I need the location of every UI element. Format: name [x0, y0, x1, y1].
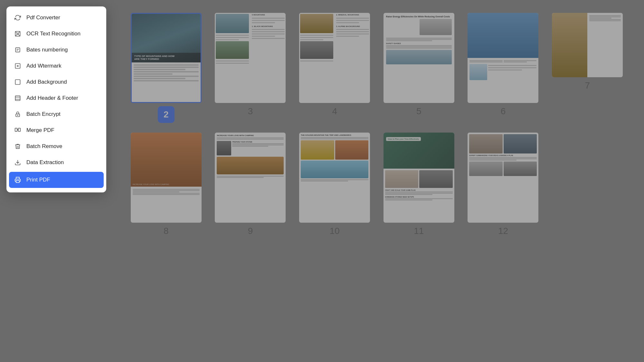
- menu-item-ocr[interactable]: OCR Text Recognition: [6, 26, 106, 42]
- lock-icon: [14, 111, 21, 118]
- menu-label-bates: Bates numbering: [26, 47, 68, 53]
- refresh-icon: [14, 14, 21, 21]
- svg-rect-6: [15, 48, 20, 52]
- menu-label-pdf-converter: Pdf Converter: [26, 14, 60, 21]
- svg-rect-22: [16, 181, 19, 183]
- svg-rect-12: [15, 80, 20, 85]
- print-icon: [14, 176, 21, 183]
- svg-point-1: [17, 33, 19, 35]
- svg-rect-13: [15, 96, 20, 101]
- menu-item-bates[interactable]: Bates numbering: [6, 42, 106, 58]
- menu-item-header-footer[interactable]: Add Header & Footer: [6, 90, 106, 106]
- menu-item-background[interactable]: Add Background: [6, 74, 106, 90]
- watermark-icon: [14, 62, 21, 70]
- menu-label-merge-pdf: Merge PDF: [26, 127, 54, 134]
- background-icon: [14, 79, 21, 86]
- menu-label-ocr: OCR Text Recognition: [26, 31, 80, 37]
- menu-label-batch-remove: Batch Remove: [26, 143, 62, 150]
- menu-label-background: Add Background: [26, 79, 67, 85]
- menu-item-batch-remove[interactable]: Batch Remove: [6, 138, 106, 154]
- menu-item-data-extraction[interactable]: Data Extraction: [6, 154, 106, 171]
- menu-label-data-extraction: Data Extraction: [26, 159, 64, 166]
- menu-label-header-footer: Add Header & Footer: [26, 95, 78, 101]
- menu-label-batch-encrypt: Batch Encrypt: [26, 111, 61, 117]
- bates-icon: [14, 46, 21, 53]
- trash-icon: [14, 143, 21, 150]
- header-footer-icon: [14, 95, 21, 102]
- ocr-icon: [14, 30, 21, 37]
- menu-item-pdf-converter[interactable]: Pdf Converter: [6, 10, 106, 26]
- menu-item-print-pdf[interactable]: Print PDF: [9, 172, 104, 188]
- svg-rect-18: [15, 128, 17, 131]
- menu-label-watermark: Add Wtermark: [26, 63, 62, 69]
- menu-item-merge-pdf[interactable]: Merge PDF: [6, 122, 106, 138]
- menu-label-print-pdf: Print PDF: [26, 177, 50, 183]
- extract-icon: [14, 159, 21, 166]
- dropdown-menu: Pdf Converter OCR Text Recognition Bates…: [6, 6, 106, 192]
- svg-point-17: [17, 115, 18, 116]
- merge-icon: [14, 127, 21, 134]
- menu-item-watermark[interactable]: Add Wtermark: [6, 58, 106, 74]
- menu-item-batch-encrypt[interactable]: Batch Encrypt: [6, 106, 106, 122]
